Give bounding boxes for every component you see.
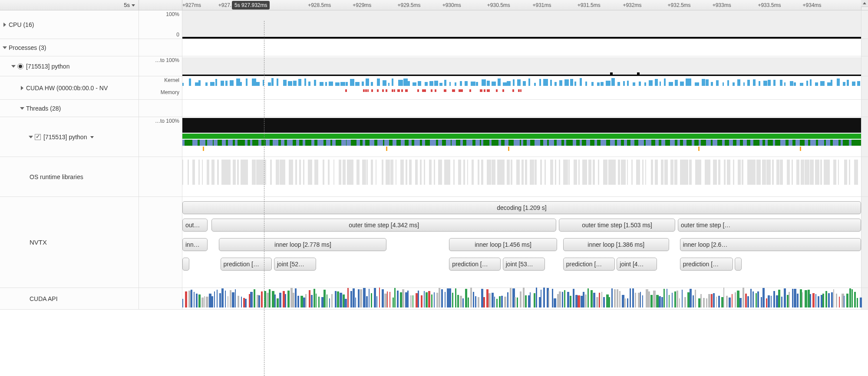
nvtx-range[interactable]: outer time step [4.342 ms] [211,219,556,232]
cpu-graph[interactable] [182,10,861,39]
nvtx-range[interactable]: prediction [… [449,258,501,271]
chevron-right-icon [3,23,6,27]
cuda-hw-graph[interactable] [182,76,861,99]
cuda-api-graph[interactable] [182,288,861,309]
tree-process-python[interactable]: [715513] python [0,56,139,76]
time-tick: +927ms [182,0,201,10]
time-tick: +931ms [533,0,551,10]
nvtx-range[interactable] [182,258,189,271]
cuda-hw-axis: Kernel Memory [139,76,182,99]
chevron-right-icon [21,86,23,90]
nvtx-range[interactable]: out… [182,219,208,232]
scrollbar-track[interactable] [861,0,868,10]
time-tick: +933ms [713,0,731,10]
tree-cuda-api[interactable]: CUDA API [0,288,139,309]
process-cpu-graph[interactable] [182,56,861,76]
nvtx-range[interactable]: prediction [… [680,258,733,271]
nvtx-range[interactable]: decoding [1.209 s] [182,201,861,214]
time-tick: +932ms [623,0,641,10]
nvtx-range[interactable] [735,258,742,271]
cpu-axis: 100% 0 [139,10,182,39]
chevron-down-icon [3,46,7,49]
time-tick: +928.5ms [308,0,331,10]
tree-cuda-hw[interactable]: CUDA HW (0000:0b:00.0 - NV [0,76,139,99]
nvtx-range[interactable]: joint [4… [617,258,657,271]
nvtx-range[interactable]: prediction [… [563,258,615,271]
nvtx-range[interactable]: inner loop [1.456 ms] [449,238,557,251]
chevron-down-icon [130,2,135,8]
time-tick: +929.5ms [397,0,420,10]
ruler-gap [139,0,182,10]
nvtx-range[interactable]: outer time step [1.503 ms] [559,219,675,232]
checkbox-checked-icon[interactable] [35,134,41,140]
cursor-time-badge: 5s 927.932ms [232,1,270,10]
chevron-down-icon [29,136,33,138]
tree-thread-python[interactable]: [715513] python [0,117,139,157]
nvtx-range[interactable]: inn… [182,238,208,251]
scroll-up-arrow-icon[interactable] [861,0,868,7]
process-axis: …to 100% [139,56,182,76]
nvtx-timeline[interactable]: decoding [1.209 s]out…outer time step [4… [182,197,861,288]
nvtx-range[interactable]: inner loop [2.778 ms] [219,238,386,251]
nvtx-range[interactable]: inner loop [1.386 ms] [563,238,669,251]
nvtx-range[interactable]: joint [53… [503,258,545,271]
time-tick: +930ms [442,0,461,10]
tree-threads[interactable]: Threads (28) [0,100,139,117]
nvtx-range[interactable]: outer time step [… [678,219,861,232]
chevron-down-icon [11,65,16,68]
tree-cpu[interactable]: CPU (16) [0,10,139,39]
time-tick: +932.5ms [668,0,691,10]
radio-selected-icon[interactable] [17,63,23,69]
threads-spacer[interactable] [182,100,861,117]
time-unit-label: 5s [124,2,130,8]
processes-graph[interactable] [182,39,861,55]
time-tick: +934ms [803,0,822,10]
time-tick: +929ms [353,0,371,10]
tree-nvtx[interactable]: NVTX [0,197,139,288]
chevron-down-icon [20,107,24,110]
nvtx-range[interactable]: inner loop [2.6… [680,238,861,251]
time-tick: +933.5ms [758,0,781,10]
os-runtime-graph[interactable] [182,157,861,196]
time-ruler[interactable]: 5s 927.932ms +927ms+927.5ms+928.5ms+929m… [182,0,861,10]
time-tick: +931.5ms [578,0,601,10]
nvtx-range[interactable]: joint [52… [274,258,316,271]
time-tick: +930.5ms [487,0,510,10]
tree-os-runtime[interactable]: OS runtime libraries [0,157,139,196]
time-unit-dropdown[interactable]: 5s [0,0,139,10]
thread-graph[interactable] [182,117,861,157]
chevron-down-icon[interactable] [89,134,94,141]
nvtx-range[interactable]: prediction [… [221,258,272,271]
thread-axis: …to 100% [139,117,182,157]
tree-processes[interactable]: Processes (3) [0,39,139,56]
